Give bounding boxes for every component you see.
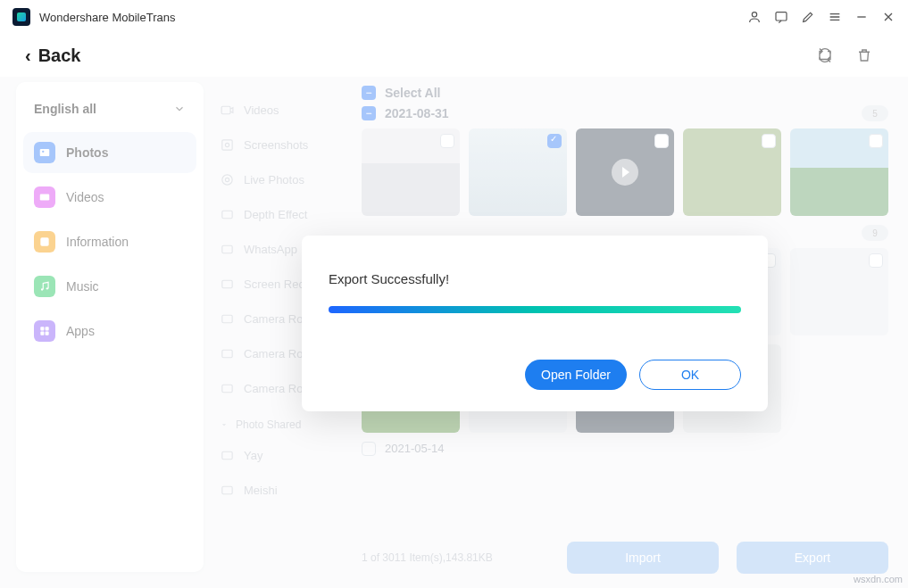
date-group-checkbox[interactable]	[362, 442, 376, 456]
svg-rect-4	[40, 195, 50, 201]
thumbnail-checkbox[interactable]	[869, 253, 883, 268]
sidebar-item-label: Videos	[66, 190, 104, 204]
watermark: wsxdn.com	[854, 574, 903, 584]
svg-rect-8	[40, 327, 44, 330]
svg-rect-1	[776, 12, 787, 21]
category-screenshots[interactable]: Screenshots	[216, 128, 354, 162]
date-group-row-2: 2021-05-14	[362, 442, 888, 456]
svg-point-7	[46, 287, 48, 289]
progress-bar	[329, 306, 741, 313]
category-live-photos[interactable]: Live Photos	[216, 162, 354, 197]
select-all-row: − Select All	[362, 86, 888, 100]
back-button[interactable]: ‹ Back	[25, 46, 80, 66]
svg-rect-23	[222, 451, 232, 460]
svg-point-15	[222, 175, 232, 185]
sidebar-item-photos[interactable]: Photos	[23, 132, 196, 173]
message-icon[interactable]	[774, 10, 788, 24]
thumbnail-checkbox[interactable]	[440, 134, 454, 148]
back-row: ‹ Back	[0, 34, 908, 77]
svg-rect-20	[222, 315, 232, 323]
back-label: Back	[38, 46, 81, 66]
thumbnail-grid	[362, 128, 888, 216]
language-selector[interactable]: English all	[23, 98, 196, 128]
category-videos[interactable]: Videos	[216, 93, 354, 128]
apps-icon	[34, 320, 55, 342]
thumbnail-checkbox[interactable]	[547, 134, 562, 148]
info-icon	[34, 231, 55, 253]
svg-rect-19	[222, 280, 232, 288]
photo-thumbnail[interactable]	[576, 128, 674, 216]
ok-button[interactable]: OK	[639, 360, 741, 390]
thumbnail-checkbox[interactable]	[654, 134, 669, 148]
sidebar: English all Photos Videos Information Mu…	[16, 82, 204, 572]
count-badge: 9	[862, 225, 888, 241]
svg-point-16	[225, 178, 229, 181]
svg-point-0	[752, 12, 756, 17]
category-depth-effect[interactable]: Depth Effect	[216, 197, 354, 232]
titlebar: Wondershare MobileTrans	[0, 0, 908, 34]
sidebar-item-information[interactable]: Information	[23, 221, 196, 262]
svg-rect-18	[222, 245, 232, 253]
svg-rect-17	[222, 211, 232, 219]
date-group-checkbox[interactable]: −	[362, 106, 376, 120]
sidebar-item-label: Information	[66, 235, 129, 249]
photo-thumbnail[interactable]	[790, 128, 888, 216]
photo-thumbnail[interactable]	[790, 248, 888, 335]
menu-icon[interactable]	[828, 10, 842, 24]
trash-icon[interactable]	[856, 47, 872, 63]
thumbnail-checkbox[interactable]	[869, 134, 883, 148]
date-label: 2021-08-31	[385, 106, 449, 120]
photo-thumbnail[interactable]	[362, 128, 460, 216]
svg-rect-11	[46, 332, 49, 335]
open-folder-button[interactable]: Open Folder	[525, 360, 627, 390]
edit-icon[interactable]	[801, 10, 815, 24]
import-button[interactable]: Import	[567, 542, 719, 574]
svg-rect-10	[40, 332, 44, 335]
svg-rect-2	[40, 149, 50, 156]
app-logo	[12, 8, 30, 26]
photos-icon	[34, 142, 55, 163]
svg-rect-24	[222, 486, 232, 494]
music-icon	[34, 276, 55, 297]
export-success-modal: Export Successfully! Open Folder OK	[302, 236, 768, 411]
footer-buttons: Import Export	[567, 542, 888, 574]
refresh-icon[interactable]	[817, 47, 833, 63]
count-badge: 5	[862, 105, 888, 121]
sidebar-item-apps[interactable]: Apps	[23, 311, 196, 352]
svg-rect-9	[46, 327, 49, 330]
svg-rect-22	[222, 385, 232, 393]
videos-icon	[34, 186, 55, 208]
photo-thumbnail[interactable]	[683, 128, 781, 216]
category-yay[interactable]: Yay	[216, 438, 354, 473]
photo-thumbnail[interactable]	[469, 128, 567, 216]
chevron-left-icon: ‹	[25, 46, 31, 66]
chevron-down-icon	[173, 103, 186, 115]
export-button[interactable]: Export	[737, 542, 888, 574]
close-icon[interactable]	[881, 10, 896, 24]
app-title: Wondershare MobileTrans	[39, 11, 175, 24]
titlebar-left: Wondershare MobileTrans	[12, 8, 175, 26]
sidebar-item-videos[interactable]: Videos	[23, 177, 196, 218]
svg-point-14	[225, 143, 229, 146]
select-all-checkbox[interactable]: −	[362, 86, 376, 100]
category-meishi[interactable]: Meishi	[216, 473, 354, 508]
footer-row: 1 of 3011 Item(s),143.81KB Import Export	[362, 542, 888, 574]
svg-rect-12	[221, 106, 230, 114]
selection-summary: 1 of 3011 Item(s),143.81KB	[362, 551, 493, 564]
play-icon	[612, 159, 638, 186]
svg-rect-13	[222, 140, 232, 150]
svg-point-3	[42, 151, 44, 153]
titlebar-actions	[747, 10, 896, 24]
thumbnail-checkbox[interactable]	[762, 134, 776, 148]
sidebar-item-label: Photos	[66, 145, 108, 160]
svg-point-6	[41, 288, 43, 290]
sidebar-item-music[interactable]: Music	[23, 266, 196, 307]
account-icon[interactable]	[747, 10, 762, 24]
svg-rect-21	[222, 350, 232, 358]
toolbar-actions	[817, 47, 872, 63]
minimize-icon[interactable]	[854, 10, 869, 24]
modal-buttons: Open Folder OK	[329, 360, 741, 390]
date-group-row: − 2021-08-31 5	[362, 105, 888, 121]
date-label: 2021-05-14	[385, 442, 445, 455]
select-all-label: Select All	[385, 86, 441, 100]
